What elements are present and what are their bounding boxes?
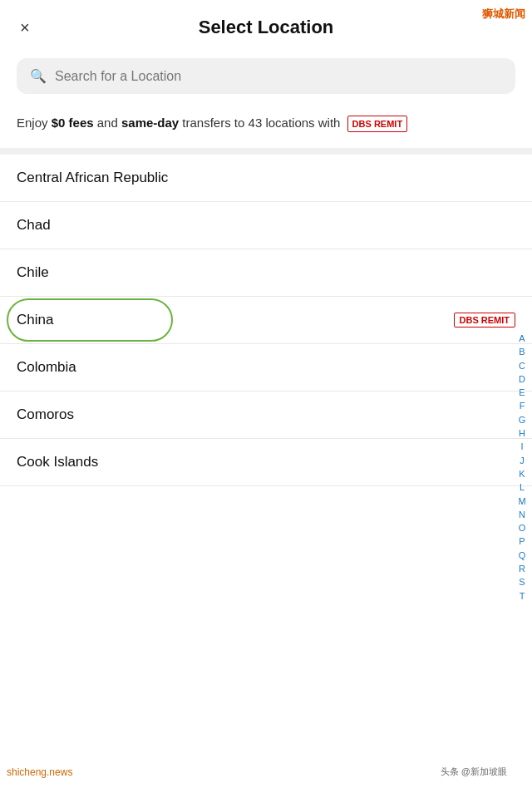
page-title: Select Location: [199, 17, 334, 38]
alpha-letter-s[interactable]: S: [515, 576, 529, 588]
alpha-letter-p[interactable]: P: [515, 535, 529, 547]
alpha-letter-e[interactable]: E: [515, 387, 529, 398]
alpha-letter-m[interactable]: M: [515, 495, 529, 507]
country-name: Cook Islands: [17, 454, 98, 470]
alpha-letter-k[interactable]: K: [515, 468, 529, 480]
country-list: Central African RepublicChadChileChinaDB…: [0, 155, 532, 486]
alpha-letter-j[interactable]: J: [515, 455, 529, 466]
list-item[interactable]: Comoros: [0, 392, 532, 439]
alpha-letter-c[interactable]: C: [515, 360, 529, 372]
alpha-letter-n[interactable]: N: [515, 509, 529, 520]
alpha-letter-f[interactable]: F: [515, 400, 529, 411]
list-item[interactable]: Chad: [0, 202, 532, 249]
alpha-letter-r[interactable]: R: [515, 563, 529, 574]
promo-badge: DBS REMIT: [347, 116, 408, 133]
search-input[interactable]: [55, 69, 502, 84]
close-button[interactable]: ×: [20, 19, 30, 36]
alpha-letter-h[interactable]: H: [515, 427, 529, 439]
alpha-letter-q[interactable]: Q: [515, 549, 529, 561]
country-name: Central African Republic: [17, 170, 168, 186]
alpha-letter-g[interactable]: G: [515, 414, 529, 426]
section-divider: [0, 148, 532, 155]
list-item[interactable]: Chile: [0, 249, 532, 297]
list-item[interactable]: Cook Islands: [0, 439, 532, 486]
alpha-letter-t[interactable]: T: [515, 590, 529, 602]
alpha-letter-d[interactable]: D: [515, 373, 529, 385]
country-name: China: [17, 312, 53, 328]
search-icon: 🔍: [30, 68, 47, 84]
search-container: 🔍: [0, 52, 532, 104]
list-item[interactable]: Central African Republic: [0, 155, 532, 202]
watermark-bottom-left: shicheng.news: [7, 766, 72, 778]
alphabet-sidebar: ABCDEFGHIJKLMNOPQRST: [515, 332, 529, 602]
list-item[interactable]: ChinaDBS REMIT: [0, 297, 532, 344]
promo-sameday: same-day: [121, 116, 179, 130]
alpha-letter-b[interactable]: B: [515, 346, 529, 357]
alpha-letter-l[interactable]: L: [515, 481, 529, 493]
alpha-letter-o[interactable]: O: [515, 522, 529, 534]
search-bar[interactable]: 🔍: [17, 58, 515, 94]
alpha-letter-i[interactable]: I: [515, 441, 529, 452]
list-item[interactable]: Colombia: [0, 344, 532, 392]
promo-text: Enjoy $0 fees and same-day transfers to …: [17, 116, 407, 130]
country-name: Comoros: [17, 406, 74, 423]
dbs-remit-badge: DBS REMIT: [454, 313, 516, 328]
country-name: Chad: [17, 217, 51, 234]
watermark-bottom-right: 头条 @新加坡眼: [441, 766, 507, 778]
promo-fees: $0 fees: [52, 116, 94, 130]
header: × Select Location 狮城新闻: [0, 0, 532, 52]
promo-banner: Enjoy $0 fees and same-day transfers to …: [0, 104, 532, 148]
country-name: Colombia: [17, 359, 76, 376]
watermark-top: 狮城新闻: [482, 7, 525, 22]
country-name: Chile: [17, 264, 49, 281]
alpha-letter-a[interactable]: A: [515, 332, 529, 344]
